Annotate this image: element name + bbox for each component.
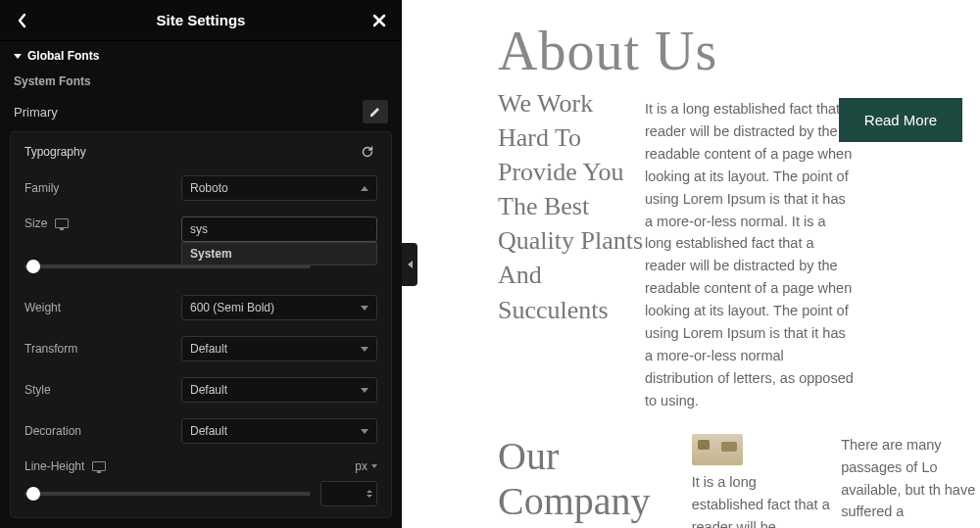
about-heading: About Us xyxy=(498,20,980,82)
thumbnail-image xyxy=(692,434,743,465)
line-height-label: Line-Height xyxy=(24,459,106,473)
subsection-system-fonts: System Fonts xyxy=(0,71,402,94)
edit-button[interactable] xyxy=(363,100,388,123)
family-select[interactable]: Roboto xyxy=(181,175,377,201)
chevron-down-icon xyxy=(371,464,377,468)
size-label: Size xyxy=(24,216,181,230)
caret-down-icon xyxy=(14,54,22,59)
chevron-down-icon xyxy=(361,388,368,393)
read-more-button[interactable]: Read More xyxy=(839,98,962,142)
line-height-unit[interactable]: px xyxy=(355,459,377,473)
family-value: Roboto xyxy=(190,181,228,195)
weight-value: 600 (Semi Bold) xyxy=(190,301,274,314)
responsive-icon[interactable] xyxy=(92,461,106,471)
chevron-down-icon xyxy=(361,347,368,352)
decoration-value: Default xyxy=(190,424,227,438)
chevron-down-icon xyxy=(361,429,368,434)
chevron-down-icon xyxy=(361,306,368,311)
line-height-input[interactable] xyxy=(320,481,377,506)
size-slider[interactable] xyxy=(24,264,311,268)
lower-paragraph-2: There are many passages of Lo available,… xyxy=(841,434,980,528)
our-company-heading: Our Company xyxy=(498,434,684,524)
page-preview: About Us Read More We Work Hard To Provi… xyxy=(402,0,980,528)
back-button[interactable] xyxy=(8,0,37,41)
weight-label: Weight xyxy=(24,301,181,314)
family-label: Family xyxy=(24,181,181,195)
responsive-icon[interactable] xyxy=(55,218,69,228)
lower-paragraph-1: It is a long established fact that a rea… xyxy=(692,471,831,528)
close-button[interactable] xyxy=(365,0,394,41)
chevron-up-icon xyxy=(361,186,368,191)
about-subheading: We Work Hard To Provide You The Best Qua… xyxy=(498,86,645,327)
reset-button[interactable] xyxy=(358,142,377,162)
typography-card: Typography Family Roboto Size S xyxy=(10,131,392,518)
style-value: Default xyxy=(190,383,227,397)
family-search-input[interactable] xyxy=(181,216,377,242)
decoration-select[interactable]: Default xyxy=(181,418,377,444)
weight-select[interactable]: 600 (Semi Bold) xyxy=(181,295,377,320)
typography-heading: Typography xyxy=(24,145,86,159)
style-label: Style xyxy=(24,383,181,397)
font-item-primary[interactable]: Primary xyxy=(0,94,402,131)
font-item-label: Primary xyxy=(14,105,58,120)
section-label: Global Fonts xyxy=(27,49,99,63)
panel-title: Site Settings xyxy=(157,12,246,28)
transform-label: Transform xyxy=(24,342,181,356)
transform-select[interactable]: Default xyxy=(181,336,377,361)
line-height-slider[interactable] xyxy=(24,492,311,496)
transform-value: Default xyxy=(190,342,227,356)
decoration-label: Decoration xyxy=(24,424,181,438)
style-select[interactable]: Default xyxy=(181,377,377,403)
settings-panel: Site Settings Global Fonts System Fonts … xyxy=(0,0,402,528)
family-suggestion[interactable]: System xyxy=(181,242,377,265)
panel-header: Site Settings xyxy=(0,0,402,41)
about-paragraph: It is a long established fact that a rea… xyxy=(645,86,860,412)
section-global-fonts[interactable]: Global Fonts xyxy=(0,41,402,71)
